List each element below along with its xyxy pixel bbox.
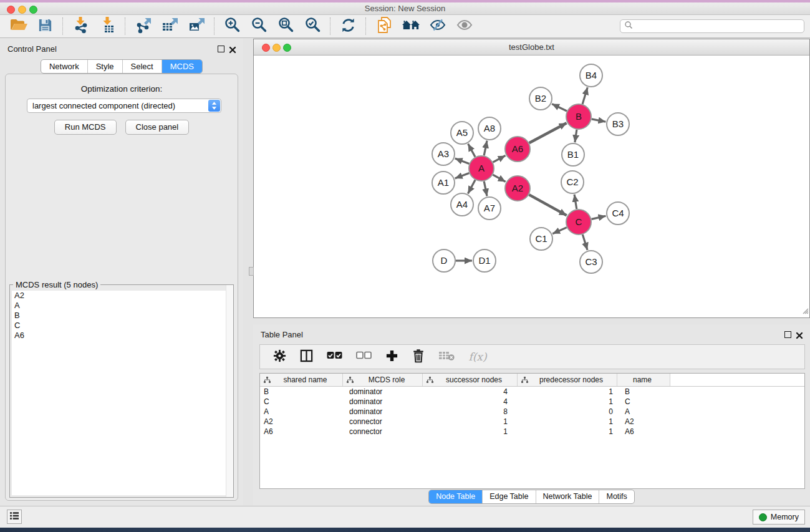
splitter-handle[interactable] bbox=[249, 267, 254, 276]
create-column-button[interactable] bbox=[383, 349, 400, 365]
table-cell[interactable]: A2 bbox=[617, 417, 670, 426]
graph-node-C4[interactable]: C4 bbox=[607, 202, 629, 225]
table-cell[interactable]: 1 bbox=[518, 417, 617, 426]
table-cell[interactable]: C bbox=[260, 397, 343, 406]
tab-style[interactable]: Style bbox=[88, 60, 123, 73]
graph-edge-A-A4[interactable] bbox=[468, 180, 475, 194]
graph-edge-C-C1[interactable] bbox=[552, 228, 567, 234]
table-panel-close-button[interactable] bbox=[796, 331, 803, 338]
table-cell[interactable]: B bbox=[260, 387, 343, 396]
zoom-fit-button[interactable] bbox=[272, 16, 299, 36]
table-cell[interactable]: dominator bbox=[343, 397, 423, 406]
delete-column-button[interactable] bbox=[410, 349, 427, 365]
window-resize-grip[interactable] bbox=[801, 306, 809, 317]
table-cell[interactable]: 1 bbox=[518, 427, 617, 436]
close-panel-button[interactable]: Close panel bbox=[125, 120, 190, 135]
export-image-button[interactable] bbox=[183, 16, 210, 36]
table-row[interactable]: Cdominator41C bbox=[260, 397, 804, 407]
open-session-button[interactable] bbox=[5, 16, 32, 36]
import-table-button[interactable] bbox=[94, 16, 121, 36]
search-input[interactable] bbox=[635, 20, 804, 32]
table-cell[interactable]: A2 bbox=[260, 417, 343, 426]
column-header-shared-name[interactable]: shared name bbox=[260, 374, 343, 386]
import-network-button[interactable] bbox=[67, 16, 94, 36]
graph-node-C1[interactable]: C1 bbox=[530, 228, 552, 250]
memory-button[interactable]: Memory bbox=[753, 510, 805, 525]
graph-node-A7[interactable]: A7 bbox=[478, 197, 501, 220]
table-cell[interactable]: A6 bbox=[260, 427, 343, 436]
zoom-in-button[interactable] bbox=[219, 16, 246, 36]
refresh-view-button[interactable] bbox=[335, 16, 362, 36]
optimization-criterion-select[interactable]: largest connected component (directed) bbox=[27, 99, 221, 113]
zoom-out-button[interactable] bbox=[246, 16, 272, 36]
graph-node-A6[interactable]: A6 bbox=[505, 137, 530, 162]
graph-node-A4[interactable]: A4 bbox=[451, 193, 473, 216]
table-cell[interactable]: 1 bbox=[518, 387, 617, 396]
graph-node-C2[interactable]: C2 bbox=[561, 171, 584, 193]
graph-node-B[interactable]: B bbox=[566, 104, 591, 129]
show-column-panel-button[interactable] bbox=[298, 349, 314, 365]
export-network-button[interactable] bbox=[130, 16, 157, 36]
graph-node-A3[interactable]: A3 bbox=[432, 143, 455, 165]
graph-edge-A-A7[interactable] bbox=[484, 181, 487, 196]
graph-edge-A-A1[interactable] bbox=[455, 173, 470, 178]
graph-edge-A-A3[interactable] bbox=[455, 158, 470, 164]
show-view-button[interactable] bbox=[451, 16, 478, 36]
tab-network[interactable]: Network bbox=[41, 60, 88, 73]
mcds-result-item[interactable]: B bbox=[12, 311, 231, 321]
graph-node-B3[interactable]: B3 bbox=[607, 113, 629, 135]
hide-graphics-details-button[interactable] bbox=[424, 16, 451, 36]
home-view-button[interactable] bbox=[397, 16, 424, 36]
graph-node-C3[interactable]: C3 bbox=[580, 251, 602, 273]
column-header-successor-nodes[interactable]: successor nodes bbox=[423, 374, 518, 386]
table-settings-button[interactable] bbox=[271, 349, 287, 365]
graph-edge-B-B1[interactable] bbox=[575, 130, 577, 142]
mcds-result-item[interactable]: A6 bbox=[12, 331, 231, 341]
graph-node-A5[interactable]: A5 bbox=[451, 122, 473, 144]
table-cell[interactable]: A6 bbox=[617, 427, 670, 436]
graph-edge-C-C2[interactable] bbox=[574, 195, 577, 210]
table-cell[interactable]: connector bbox=[343, 427, 423, 436]
table-cell[interactable]: 1 bbox=[423, 427, 518, 436]
table-cell[interactable]: 0 bbox=[518, 407, 617, 416]
graph-node-B1[interactable]: B1 bbox=[562, 143, 584, 166]
table-cell[interactable]: 4 bbox=[423, 397, 518, 406]
graph-edge-A2-C[interactable] bbox=[529, 195, 566, 215]
table-cell[interactable]: 1 bbox=[423, 417, 518, 426]
table-cell[interactable]: B bbox=[617, 387, 670, 396]
graph-edge-B-B2[interactable] bbox=[552, 104, 567, 111]
table-cell[interactable]: 1 bbox=[518, 397, 617, 406]
zoom-selected-button[interactable] bbox=[299, 16, 326, 36]
control-panel-float-button[interactable] bbox=[218, 46, 224, 52]
export-table-button[interactable] bbox=[157, 16, 183, 36]
table-row[interactable]: A6connector11A6 bbox=[260, 427, 804, 437]
graph-node-B2[interactable]: B2 bbox=[529, 87, 552, 110]
graph-edge-A-A8[interactable] bbox=[484, 141, 487, 156]
graph-node-D1[interactable]: D1 bbox=[473, 249, 496, 272]
table-cell[interactable]: dominator bbox=[343, 387, 423, 396]
mcds-result-item[interactable]: A bbox=[12, 301, 231, 311]
graph-edge-C-C3[interactable] bbox=[582, 235, 587, 250]
delete-table-button-disabled[interactable] bbox=[437, 350, 456, 364]
tab-edge-table[interactable]: Edge Table bbox=[483, 490, 536, 503]
table-cell[interactable]: A bbox=[617, 407, 670, 416]
graph-node-A[interactable]: A bbox=[469, 156, 494, 181]
tab-network-table[interactable]: Network Table bbox=[536, 490, 600, 503]
graph-edge-A-A6[interactable] bbox=[493, 155, 506, 162]
network-window-titlebar[interactable]: testGlobe.txt bbox=[254, 39, 809, 56]
network-canvas[interactable]: B4B2BB3A8A5A6B1A3AC2A1A2A4A7C4CC1C3DD1 bbox=[254, 56, 809, 317]
show-task-history-button[interactable] bbox=[7, 510, 22, 524]
graph-node-C[interactable]: C bbox=[566, 210, 591, 235]
run-mcds-button[interactable]: Run MCDS bbox=[54, 120, 117, 135]
select-all-columns-button[interactable] bbox=[325, 351, 344, 362]
tab-motifs[interactable]: Motifs bbox=[599, 490, 634, 503]
table-cell[interactable]: A bbox=[260, 407, 343, 416]
graph-edge-A6-B[interactable] bbox=[529, 123, 567, 143]
table-row[interactable]: Adominator80A bbox=[260, 407, 804, 417]
save-session-button[interactable] bbox=[32, 16, 59, 36]
graph-node-D[interactable]: D bbox=[433, 249, 455, 272]
table-panel-float-button[interactable] bbox=[784, 331, 791, 338]
duplicate-network-button[interactable] bbox=[370, 16, 397, 36]
unselect-all-columns-button[interactable] bbox=[354, 351, 373, 362]
mcds-result-item[interactable]: C bbox=[12, 321, 231, 331]
